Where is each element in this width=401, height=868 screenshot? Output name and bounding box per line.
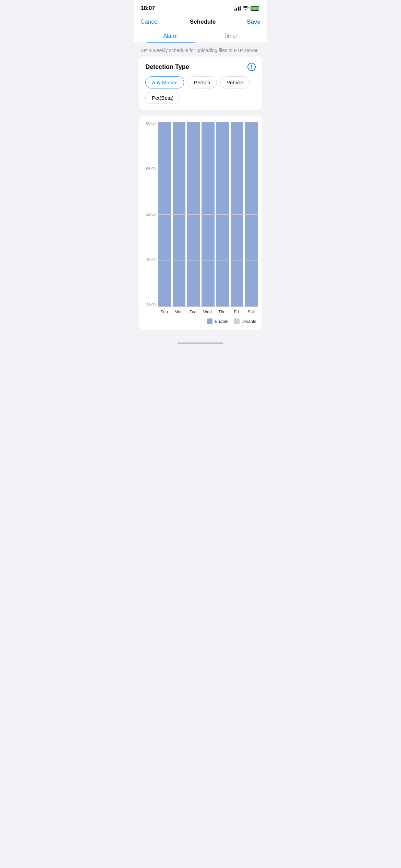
legend-disable-color <box>234 318 240 324</box>
legend-enable: Enable <box>207 318 228 324</box>
day-label-fri: Fri. <box>231 310 243 314</box>
detection-btn-pet[interactable]: Pet(Beta) <box>145 92 180 104</box>
day-label-wed: Wed. <box>202 310 214 314</box>
legend-disable: Disable <box>234 318 256 324</box>
legend-disable-label: Disable <box>242 319 256 324</box>
home-bar <box>178 342 223 344</box>
detection-type-card: Detection Type ! Any Motion Person Vehic… <box>139 57 262 110</box>
card-header: Detection Type ! <box>145 63 256 71</box>
tab-timer[interactable]: Timer <box>200 29 260 43</box>
time-label-1800: 18:00 <box>143 258 156 262</box>
time-label-0600: 06:00 <box>143 167 156 171</box>
detection-btn-person[interactable]: Person <box>187 76 217 88</box>
day-label-sun: Sun. <box>158 310 171 314</box>
chart-bar-mon[interactable] <box>173 122 185 307</box>
tab-alarm[interactable]: Alarm <box>141 29 200 43</box>
legend-enable-color <box>207 318 212 324</box>
chart-legend: Enable Disable <box>143 318 258 324</box>
chart-container: 00:00 06:00 12:00 18:00 24:00 <box>143 122 258 314</box>
day-label-sat: Sat. <box>245 310 258 314</box>
chart-bars <box>158 122 258 307</box>
tab-bar: Alarm Timer <box>134 29 267 43</box>
save-button[interactable]: Save <box>247 19 260 25</box>
chart-bar-thu[interactable] <box>216 122 229 307</box>
info-icon[interactable]: ! <box>247 63 256 71</box>
day-label-thu: Thu. <box>216 310 229 314</box>
status-icons: ⚡ <box>234 5 260 11</box>
detection-buttons: Any Motion Person Vehicle Pet(Beta) <box>145 76 256 104</box>
schedule-chart-card: 00:00 06:00 12:00 18:00 24:00 <box>139 116 262 329</box>
cancel-button[interactable]: Cancel <box>141 19 159 25</box>
chart-bar-wed[interactable] <box>202 122 214 307</box>
nav-bar: Cancel Schedule Save <box>134 14 267 29</box>
page-title: Schedule <box>190 19 216 25</box>
wifi-icon <box>243 5 248 11</box>
detection-btn-any-motion[interactable]: Any Motion <box>145 76 184 88</box>
chart-bar-fri[interactable] <box>231 122 243 307</box>
chart-bar-tue[interactable] <box>187 122 200 307</box>
home-indicator <box>134 340 267 346</box>
status-bar: 18:07 ⚡ <box>134 0 267 14</box>
signal-bars-icon <box>234 6 241 11</box>
chart-bar-sun[interactable] <box>158 122 171 307</box>
day-label-tue: Tue. <box>187 310 200 314</box>
day-labels: Sun. Mon. Tue. Wed. Thu. Fri. Sat. <box>158 310 258 314</box>
time-labels: 00:00 06:00 12:00 18:00 24:00 <box>143 122 158 314</box>
status-time: 18:07 <box>141 5 155 12</box>
description-text: Set a weekly schedule for uploading file… <box>134 43 267 57</box>
day-label-mon: Mon. <box>173 310 185 314</box>
chart-bars-area: Sun. Mon. Tue. Wed. Thu. Fri. Sat. <box>158 122 258 314</box>
chart-bar-sat[interactable] <box>245 122 258 307</box>
time-label-2400: 24:00 <box>143 303 156 307</box>
legend-enable-label: Enable <box>215 319 228 324</box>
time-label-0000: 00:00 <box>143 122 156 125</box>
detection-type-title: Detection Type <box>145 63 189 71</box>
time-label-1200: 12:00 <box>143 213 156 216</box>
detection-btn-vehicle[interactable]: Vehicle <box>220 76 250 88</box>
battery-icon: ⚡ <box>251 6 260 11</box>
